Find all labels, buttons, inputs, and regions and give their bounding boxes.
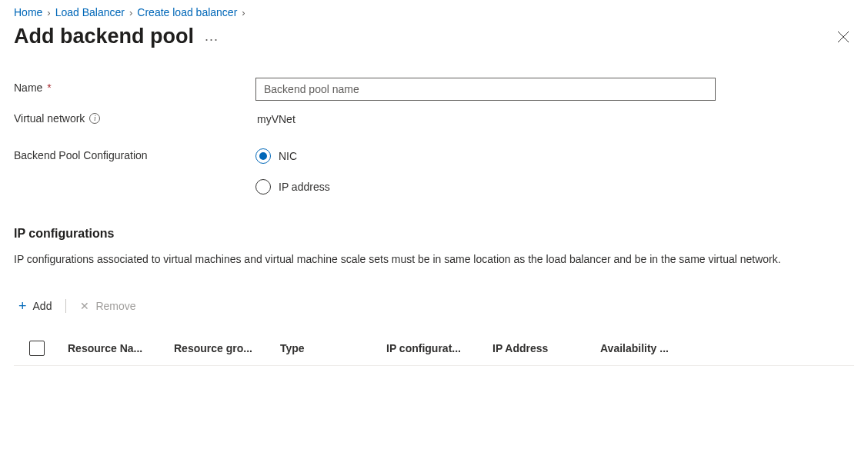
remove-button[interactable]: ✕ Remove (80, 300, 135, 312)
breadcrumb-load-balancer[interactable]: Load Balancer (55, 6, 125, 18)
x-icon: ✕ (80, 301, 89, 311)
radio-nic[interactable]: NIC (255, 148, 330, 164)
ip-config-description: IP configurations associated to virtual … (14, 251, 845, 268)
plus-icon: + (18, 299, 27, 313)
col-ip-address[interactable]: IP Address (492, 342, 600, 354)
required-asterisk: * (47, 81, 51, 94)
table-header-row: Resource Na... Resource gro... Type IP c… (14, 331, 854, 366)
config-radio-group: NIC IP address (255, 145, 330, 195)
more-menu-icon[interactable]: ··· (205, 28, 219, 46)
vnet-label: Virtual network i (14, 108, 255, 125)
radio-unselected-icon (255, 179, 271, 195)
name-input[interactable] (255, 78, 716, 101)
add-button[interactable]: + Add (18, 299, 52, 313)
radio-selected-icon (255, 148, 271, 164)
col-type[interactable]: Type (280, 342, 386, 354)
breadcrumb: Home › Load Balancer › Create load balan… (14, 0, 854, 22)
col-ip-configuration[interactable]: IP configurat... (386, 342, 492, 354)
breadcrumb-create-load-balancer[interactable]: Create load balancer (137, 6, 237, 18)
name-row: Name * (14, 78, 854, 101)
table-toolbar: + Add ✕ Remove (14, 294, 854, 331)
chevron-right-icon: › (242, 7, 245, 18)
radio-ip-address[interactable]: IP address (255, 179, 330, 195)
breadcrumb-home[interactable]: Home (14, 6, 42, 18)
chevron-right-icon: › (129, 7, 132, 18)
close-icon (837, 31, 850, 43)
ip-config-heading: IP configurations (14, 227, 854, 241)
toolbar-divider (65, 299, 66, 313)
col-resource-name[interactable]: Resource Na... (68, 342, 174, 354)
close-button[interactable] (833, 26, 854, 48)
select-all-cell (29, 341, 68, 356)
col-availability[interactable]: Availability ... (600, 342, 708, 354)
config-row: Backend Pool Configuration NIC IP addres… (14, 145, 854, 195)
vnet-row: Virtual network i myVNet (14, 108, 854, 125)
info-icon[interactable]: i (89, 113, 100, 124)
form: Name * Virtual network i myVNet Backend … (14, 56, 854, 195)
vnet-value: myVNet (255, 108, 297, 125)
select-all-checkbox[interactable] (29, 341, 45, 356)
title-bar: Add backend pool ··· (14, 22, 854, 56)
name-label: Name * (14, 78, 255, 94)
col-resource-group[interactable]: Resource gro... (174, 342, 280, 354)
chevron-right-icon: › (47, 7, 50, 18)
config-label: Backend Pool Configuration (14, 145, 255, 161)
page-title: Add backend pool (14, 25, 194, 48)
